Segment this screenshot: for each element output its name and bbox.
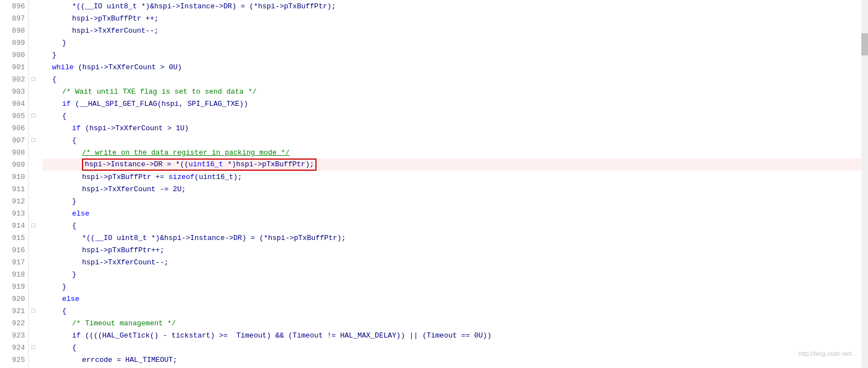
- code-line: if (__HAL_SPI_GET_FLAG(hspi, SPI_FLAG_TX…: [42, 98, 868, 110]
- line-number: 921: [0, 305, 28, 317]
- fold-marker[interactable]: □: [29, 110, 38, 122]
- code-line: hspi->TxXferCount -= 2U;: [42, 183, 868, 195]
- line-number: 923: [0, 329, 28, 341]
- fold-marker[interactable]: □: [29, 341, 38, 354]
- code-line: hspi->pTxBuffPtr += sizeof(uint16_t);: [42, 171, 868, 183]
- left-panel: 8968978988999009019029039049059069079089…: [0, 0, 38, 368]
- line-number: 914: [0, 219, 28, 232]
- fold-marker[interactable]: [29, 293, 38, 305]
- fold-marker[interactable]: [29, 207, 38, 219]
- fold-marker[interactable]: [29, 12, 38, 24]
- fold-marker[interactable]: [29, 171, 38, 183]
- line-numbers: 8968978988999009019029039049059069079089…: [0, 0, 29, 368]
- line-number: 912: [0, 195, 28, 207]
- line-number: 898: [0, 24, 28, 37]
- code-line: if ((((HAL_GetTick() - tickstart) >= Tim…: [42, 329, 868, 341]
- line-number: 896: [0, 0, 28, 12]
- code-line: while (hspi->TxXferCount > 0U): [42, 61, 868, 73]
- fold-marker[interactable]: [29, 354, 38, 366]
- line-number: 897: [0, 12, 28, 24]
- line-number: 909: [0, 159, 28, 171]
- code-line: {: [42, 305, 868, 317]
- line-number: 920: [0, 293, 28, 305]
- code-line: {: [42, 110, 868, 122]
- fold-marker[interactable]: [29, 37, 38, 49]
- fold-marker[interactable]: [29, 317, 38, 329]
- line-number: 918: [0, 268, 28, 280]
- line-number: 903: [0, 85, 28, 98]
- line-number: 922: [0, 317, 28, 329]
- fold-gutter: □□□□□□: [29, 0, 38, 368]
- code-line: /* Wait until TXE flag is set to send da…: [42, 85, 868, 98]
- fold-marker[interactable]: [29, 195, 38, 207]
- fold-marker[interactable]: [29, 183, 38, 195]
- bordered-code: hspi->Instance->DR = *((uint16_t *)hspi-…: [82, 159, 316, 171]
- code-line: {: [42, 341, 868, 354]
- fold-marker[interactable]: [29, 280, 38, 293]
- line-number: 899: [0, 37, 28, 49]
- fold-marker[interactable]: [29, 98, 38, 110]
- line-number: 913: [0, 207, 28, 219]
- fold-marker[interactable]: [29, 159, 38, 171]
- code-line: {: [42, 73, 868, 85]
- line-number: 908: [0, 146, 28, 159]
- line-number: 919: [0, 280, 28, 293]
- code-line: else: [42, 207, 868, 219]
- fold-marker[interactable]: [29, 122, 38, 134]
- fold-marker[interactable]: [29, 232, 38, 244]
- line-number: 916: [0, 244, 28, 256]
- code-line: }: [42, 37, 868, 49]
- code-line: {: [42, 134, 868, 146]
- fold-marker[interactable]: [29, 268, 38, 280]
- code-container: 8968978988999009019029039049059069079089…: [0, 0, 868, 368]
- code-area[interactable]: *((__IO uint8_t *)&hspi->Instance->DR) =…: [38, 0, 868, 368]
- fold-marker[interactable]: □: [29, 134, 38, 146]
- fold-marker[interactable]: □: [29, 305, 38, 317]
- code-line: }: [42, 195, 868, 207]
- fold-marker[interactable]: [29, 256, 38, 268]
- line-number: 901: [0, 61, 28, 73]
- code-line: else: [42, 293, 868, 305]
- code-line: errcode = HAL_TIMEOUT;: [42, 354, 868, 366]
- line-number: 915: [0, 232, 28, 244]
- code-line: hspi->TxXferCount--;: [42, 256, 868, 268]
- line-number: 910: [0, 171, 28, 183]
- fold-marker[interactable]: □: [29, 219, 38, 232]
- line-number: 904: [0, 98, 28, 110]
- fold-marker[interactable]: [29, 329, 38, 341]
- fold-marker[interactable]: [29, 85, 38, 98]
- line-number: 905: [0, 110, 28, 122]
- line-number: 902: [0, 73, 28, 85]
- code-line: /* Timeout management */: [42, 317, 868, 329]
- code-line: *((__IO uint8_t *)&hspi->Instance->DR) =…: [42, 232, 868, 244]
- code-line: {: [42, 219, 868, 232]
- code-line: }: [42, 268, 868, 280]
- watermark: http://blog.csdn.net/...: [799, 350, 857, 357]
- fold-marker[interactable]: [29, 24, 38, 37]
- line-number: 906: [0, 122, 28, 134]
- fold-marker[interactable]: [29, 244, 38, 256]
- scrollbar-thumb[interactable]: [861, 33, 868, 55]
- code-line: /* write on the data register in packing…: [42, 146, 868, 159]
- code-line: hspi->pTxBuffPtr ++;: [42, 12, 868, 24]
- code-line: if (hspi->TxXferCount > 1U): [42, 122, 868, 134]
- code-line: hspi->TxXferCount--;: [42, 24, 868, 37]
- code-line: }: [42, 49, 868, 61]
- line-number: 924: [0, 341, 28, 354]
- fold-marker[interactable]: [29, 49, 38, 61]
- code-line: hspi->pTxBuffPtr++;: [42, 244, 868, 256]
- code-line: hspi->Instance->DR = *((uint16_t *)hspi-…: [42, 159, 868, 171]
- code-line: }: [42, 280, 868, 293]
- line-number: 911: [0, 183, 28, 195]
- fold-marker[interactable]: [29, 146, 38, 159]
- line-number: 917: [0, 256, 28, 268]
- line-number: 900: [0, 49, 28, 61]
- scrollbar-vertical[interactable]: [861, 0, 868, 368]
- line-number: 925: [0, 354, 28, 366]
- fold-marker[interactable]: [29, 61, 38, 73]
- fold-marker[interactable]: [29, 0, 38, 12]
- line-number: 907: [0, 134, 28, 146]
- fold-marker[interactable]: □: [29, 73, 38, 85]
- code-line: *((__IO uint8_t *)&hspi->Instance->DR) =…: [42, 0, 868, 12]
